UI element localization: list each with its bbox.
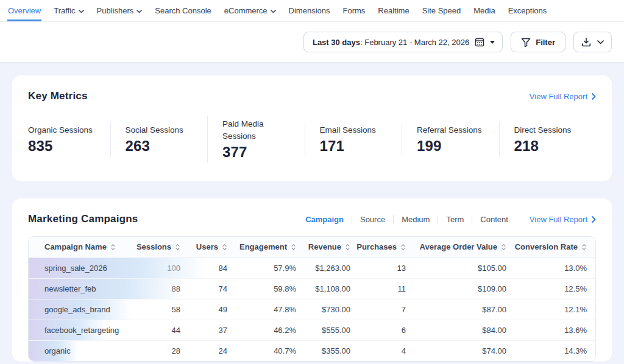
metric-value: 171	[320, 138, 396, 155]
date-range-picker[interactable]: Last 30 days: February 21 - March 22, 20…	[303, 32, 503, 52]
filter-button-label: Filter	[536, 38, 555, 47]
purchases-cell: 4	[356, 340, 412, 361]
nav-item-label: Overview	[8, 6, 41, 15]
metric-value: 263	[126, 138, 202, 155]
report-toolbar: Last 30 days: February 21 - March 22, 20…	[0, 22, 624, 63]
revenue-cell: $1,263.00	[302, 257, 356, 278]
metric-value: 377	[222, 144, 299, 161]
purchases-cell: 13	[356, 257, 412, 278]
tab-term[interactable]: Term	[438, 215, 472, 224]
column-header-purchases[interactable]: Purchases	[356, 237, 412, 257]
purchases-cell: 7	[356, 299, 412, 320]
campaign-name-cell: facebook_retargeting	[29, 320, 126, 340]
nav-item-dimensions[interactable]: Dimensions	[288, 0, 331, 21]
tab-content[interactable]: Content	[472, 215, 516, 224]
metric-value: 218	[514, 138, 590, 155]
table-header-row: Campaign Name Sessions Users Engagement …	[29, 237, 596, 257]
table-row: organic 28 24 40.7% $355.00 4 $74.00 14.…	[29, 340, 596, 361]
campaign-name-cell: google_ads_brand	[29, 299, 126, 320]
nav-item-ecommerce[interactable]: eCommerce	[224, 0, 277, 21]
revenue-cell: $555.00	[302, 320, 356, 340]
view-full-report-label: View Full Report	[530, 92, 587, 101]
revenue-cell: $1,108.00	[302, 278, 356, 299]
users-cell: 49	[186, 299, 233, 320]
report-main: Key Metrics View Full Report Organic Ses…	[0, 63, 624, 364]
conversion-rate-cell: 13.6%	[512, 320, 596, 340]
nav-item-realtime[interactable]: Realtime	[377, 0, 410, 21]
funnel-icon	[521, 38, 531, 47]
metric-referral-sessions: Referral Sessions 199	[402, 122, 499, 158]
campaign-name-cell: spring_sale_2026	[29, 257, 126, 278]
column-header-sessions[interactable]: Sessions	[126, 237, 186, 257]
campaign-name-cell: newsletter_feb	[29, 278, 126, 299]
nav-item-traffic[interactable]: Traffic	[53, 0, 84, 21]
nav-item-forms[interactable]: Forms	[342, 0, 366, 21]
column-header-average-order-value[interactable]: Average Order Value	[412, 237, 512, 257]
metric-value: 835	[28, 138, 104, 155]
sort-icon[interactable]	[175, 243, 180, 251]
nav-item-label: Realtime	[378, 6, 409, 15]
metric-direct-sessions: Direct Sessions 218	[499, 122, 597, 158]
column-header-revenue[interactable]: Revenue	[302, 237, 356, 257]
nav-item-label: Site Speed	[422, 6, 461, 15]
sort-icon[interactable]	[400, 243, 406, 251]
engagement-cell: 46.2%	[233, 320, 302, 340]
nav-item-media[interactable]: Media	[473, 0, 495, 21]
calendar-icon	[475, 37, 484, 47]
top-navigation: Overview Traffic Publishers Search Conso…	[0, 0, 624, 22]
average-order-value-cell: $87.00	[412, 299, 512, 320]
chevron-right-icon	[592, 93, 596, 100]
metric-label: Referral Sessions	[417, 124, 489, 136]
sort-icon[interactable]	[110, 243, 116, 251]
nav-item-label: Media	[473, 6, 495, 15]
chevron-right-icon	[592, 216, 596, 223]
purchases-cell: 11	[356, 278, 412, 299]
nav-item-label: Publishers	[97, 6, 134, 15]
users-cell: 24	[186, 340, 233, 361]
column-header-campaign-name[interactable]: Campaign Name	[29, 237, 126, 257]
users-cell: 74	[186, 278, 233, 299]
column-header-engagement[interactable]: Engagement	[233, 237, 302, 257]
tab-source[interactable]: Source	[352, 215, 393, 224]
sessions-cell: 58	[126, 299, 186, 320]
table-row: spring_sale_2026 100 84 57.9% $1,263.00 …	[29, 257, 596, 278]
chevron-down-icon[interactable]	[597, 40, 604, 44]
nav-item-exceptions[interactable]: Exceptions	[508, 0, 548, 21]
conversion-rate-cell: 12.5%	[512, 278, 596, 299]
metric-label: Social Sessions	[126, 124, 197, 136]
key-metrics-view-full-report-link[interactable]: View Full Report	[530, 92, 596, 101]
nav-item-overview[interactable]: Overview	[7, 0, 41, 21]
average-order-value-cell: $105.00	[412, 257, 512, 278]
filter-button[interactable]: Filter	[511, 32, 566, 52]
sort-icon[interactable]	[291, 243, 296, 251]
sort-icon[interactable]	[581, 243, 587, 251]
average-order-value-cell: $109.00	[412, 278, 512, 299]
conversion-rate-cell: 12.1%	[512, 299, 596, 320]
campaign-dimension-tabs: Campaign Source Medium Term Content	[305, 215, 516, 224]
nav-item-label: Dimensions	[289, 6, 330, 15]
metric-value: 199	[417, 138, 493, 155]
engagement-cell: 57.9%	[233, 257, 302, 278]
tab-medium[interactable]: Medium	[394, 215, 438, 224]
sessions-cell: 44	[126, 320, 186, 340]
metric-label: Paid Media Sessions	[222, 118, 294, 142]
revenue-cell: $730.00	[302, 299, 356, 320]
metric-email-sessions: Email Sessions 171	[305, 122, 402, 158]
sort-icon[interactable]	[345, 243, 350, 251]
engagement-cell: 40.7%	[233, 340, 302, 361]
metric-organic-sessions: Organic Sessions 835	[28, 122, 110, 158]
column-header-conversion-rate[interactable]: Conversion Rate	[512, 237, 596, 257]
tab-campaign[interactable]: Campaign	[305, 215, 352, 224]
nav-item-publishers[interactable]: Publishers	[96, 0, 143, 21]
nav-item-search-console[interactable]: Search Console	[154, 0, 212, 21]
download-button[interactable]	[573, 32, 612, 52]
sort-icon[interactable]	[501, 243, 506, 251]
sort-icon[interactable]	[222, 243, 227, 251]
campaigns-view-full-report-link[interactable]: View Full Report	[530, 215, 596, 224]
nav-item-label: eCommerce	[224, 6, 268, 15]
nav-item-label: Exceptions	[508, 6, 547, 15]
column-header-users[interactable]: Users	[186, 237, 233, 257]
engagement-cell: 59.8%	[233, 278, 302, 299]
nav-item-site-speed[interactable]: Site Speed	[422, 0, 462, 21]
average-order-value-cell: $84.00	[412, 320, 512, 340]
